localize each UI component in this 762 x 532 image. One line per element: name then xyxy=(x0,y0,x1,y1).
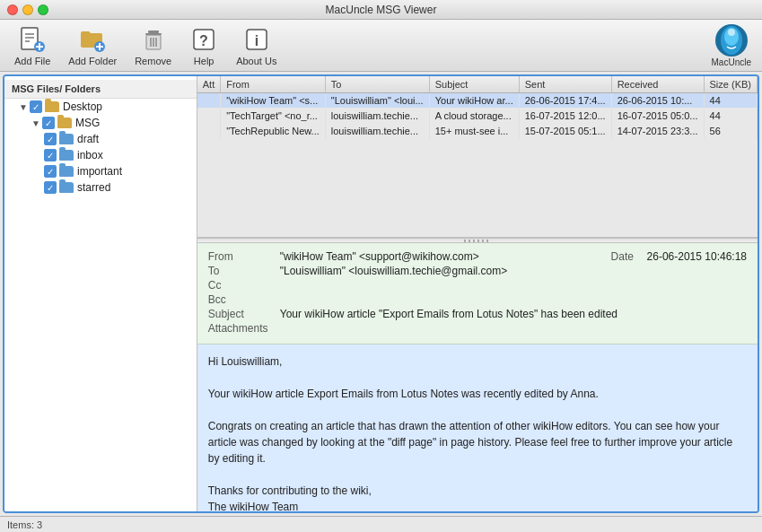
email-table: Att From To Subject Sent Received Size (… xyxy=(197,76,758,139)
col-received[interactable]: Received xyxy=(611,76,704,93)
svg-text:?: ? xyxy=(199,33,208,48)
check-starred[interactable]: ✓ xyxy=(44,181,57,194)
about-label: About Us xyxy=(236,56,276,66)
sidebar-item-inbox[interactable]: ✓ inbox xyxy=(4,147,197,163)
add-folder-label: Add Folder xyxy=(68,56,117,66)
inbox-folder-icon xyxy=(59,150,74,161)
to-value: "Louiswilliam" <louiswilliam.techie@gmai… xyxy=(280,265,747,277)
table-row[interactable]: "TechTarget" <no_r...louiswilliam.techie… xyxy=(197,109,758,124)
attachments-label: Attachments xyxy=(208,322,280,335)
email-cc-row: Cc xyxy=(208,279,747,292)
expand-arrow-msg: ▼ xyxy=(31,118,40,128)
sidebar-item-draft[interactable]: ✓ draft xyxy=(4,131,197,147)
svg-rect-10 xyxy=(148,31,159,33)
cc-value xyxy=(280,279,747,292)
table-cell: 26-06-2015 17:4... xyxy=(519,93,611,109)
date-label: Date xyxy=(611,250,647,263)
subject-value: Your wikiHow article "Export Emails from… xyxy=(280,308,747,320)
important-folder-icon xyxy=(59,166,74,177)
sidebar-header: MSG Files/ Folders xyxy=(4,80,197,99)
col-att[interactable]: Att xyxy=(197,76,221,93)
sidebar-item-msg[interactable]: ▼ ✓ MSG xyxy=(4,115,197,131)
help-icon: ? xyxy=(189,25,218,54)
table-cell: 26-06-2015 10:... xyxy=(611,93,704,109)
table-cell: 16-07-2015 12:0... xyxy=(519,109,611,124)
inbox-label: inbox xyxy=(77,149,103,161)
sidebar-item-important[interactable]: ✓ important xyxy=(4,163,197,179)
table-cell: 14-07-2015 23:3... xyxy=(611,124,704,139)
check-inbox[interactable]: ✓ xyxy=(44,149,57,161)
table-cell: Your wikiHow ar... xyxy=(429,93,519,109)
draft-label: draft xyxy=(77,133,99,145)
table-row[interactable]: "TechRepublic New...louiswilliam.techie.… xyxy=(197,124,758,139)
status-bar: Items: 3 xyxy=(0,516,762,532)
table-cell: 15+ must-see i... xyxy=(429,124,519,139)
add-file-label: Add File xyxy=(14,56,50,66)
email-to-row: To "Louiswilliam" <louiswilliam.techie@g… xyxy=(208,265,747,277)
about-button[interactable]: i About Us xyxy=(229,22,284,70)
draft-folder-icon xyxy=(59,134,74,144)
col-to[interactable]: To xyxy=(325,76,429,93)
help-button[interactable]: ? Help xyxy=(182,22,225,70)
table-row[interactable]: "wikiHow Team" <s..."Louiswilliam" <loui… xyxy=(197,93,758,109)
desktop-folder-icon xyxy=(45,101,59,112)
email-area: Att From To Subject Sent Received Size (… xyxy=(197,76,758,511)
title-bar: MacUncle MSG Viewer xyxy=(0,0,762,20)
email-attachments-row: Attachments xyxy=(208,322,747,335)
msg-folder-icon xyxy=(57,118,72,128)
col-from[interactable]: From xyxy=(221,76,326,93)
remove-label: Remove xyxy=(135,56,171,66)
table-cell: 56 xyxy=(704,124,757,139)
table-cell: 44 xyxy=(704,93,757,109)
table-cell: "TechTarget" <no_r... xyxy=(221,109,326,124)
expand-arrow: ▼ xyxy=(19,102,28,112)
table-cell: "Louiswilliam" <loui... xyxy=(325,93,429,109)
svg-point-23 xyxy=(728,29,735,36)
maximize-button[interactable] xyxy=(38,4,48,15)
email-from-row: From "wikiHow Team" <support@wikihow.com… xyxy=(208,250,747,263)
table-cell xyxy=(197,124,221,139)
table-cell xyxy=(197,93,221,109)
check-desktop[interactable]: ✓ xyxy=(30,100,42,113)
sidebar: MSG Files/ Folders ▼ ✓ Desktop ▼ ✓ MSG ✓… xyxy=(4,76,197,511)
to-label: To xyxy=(208,265,280,277)
remove-button[interactable]: Remove xyxy=(127,22,179,70)
check-msg[interactable]: ✓ xyxy=(42,117,55,129)
svg-text:i: i xyxy=(255,33,258,48)
drag-dots xyxy=(464,240,491,242)
email-body[interactable]: Hi Louiswilliam,Your wikiHow article Exp… xyxy=(197,344,758,511)
check-important[interactable]: ✓ xyxy=(44,165,57,178)
help-label: Help xyxy=(194,56,215,66)
macuncle-label: MacUncle xyxy=(712,57,751,67)
sidebar-item-starred[interactable]: ✓ starred xyxy=(4,179,197,196)
col-sent[interactable]: Sent xyxy=(519,76,611,93)
add-folder-button[interactable]: Add Folder xyxy=(61,22,124,70)
macuncle-logo-icon xyxy=(714,23,749,57)
msg-label: MSG xyxy=(75,117,100,129)
col-subject[interactable]: Subject xyxy=(429,76,519,93)
sidebar-item-desktop[interactable]: ▼ ✓ Desktop xyxy=(4,99,197,115)
email-bcc-row: Bcc xyxy=(208,293,747,306)
date-value: 26-06-2015 10:46:18 xyxy=(647,250,747,263)
table-cell: A cloud storage... xyxy=(429,109,519,124)
col-size[interactable]: Size (KB) xyxy=(704,76,757,93)
table-cell: louiswilliam.techie... xyxy=(325,109,429,124)
bcc-value xyxy=(280,293,747,306)
subject-label: Subject xyxy=(208,308,280,320)
add-file-button[interactable]: Add File xyxy=(7,22,57,70)
toolbar: Add File Add Folder Remove xyxy=(0,20,762,72)
window-controls[interactable] xyxy=(7,4,48,15)
table-cell xyxy=(197,109,221,124)
cc-label: Cc xyxy=(208,279,280,292)
close-button[interactable] xyxy=(7,4,18,15)
check-draft[interactable]: ✓ xyxy=(44,133,57,145)
attachments-value xyxy=(280,322,747,335)
from-label: From xyxy=(208,250,280,263)
email-header-section: From "wikiHow Team" <support@wikihow.com… xyxy=(197,243,758,344)
email-table-container[interactable]: Att From To Subject Sent Received Size (… xyxy=(197,76,758,238)
email-preview: From "wikiHow Team" <support@wikihow.com… xyxy=(197,243,758,511)
table-cell: "wikiHow Team" <s... xyxy=(221,93,326,109)
minimize-button[interactable] xyxy=(22,4,33,15)
main-area: MSG Files/ Folders ▼ ✓ Desktop ▼ ✓ MSG ✓… xyxy=(3,74,759,513)
add-file-icon xyxy=(18,25,47,54)
